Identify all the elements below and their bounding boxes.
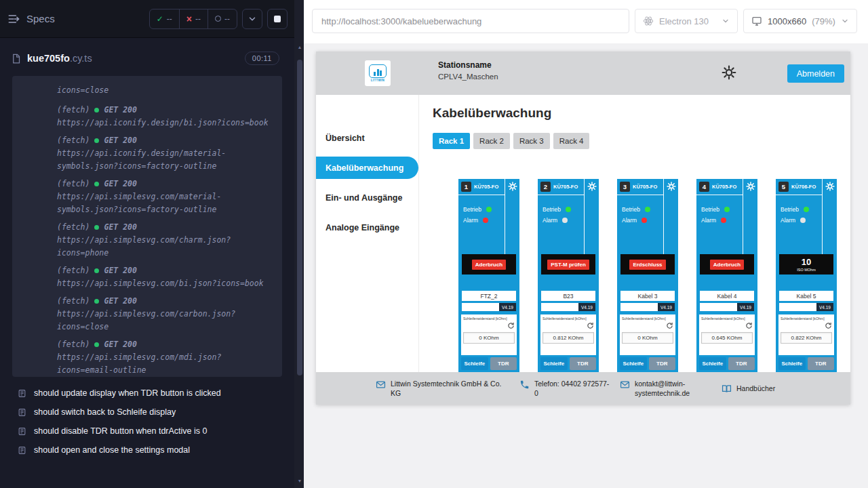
card-settings-gear-icon[interactable] (825, 182, 835, 191)
logo-word: LITTWIN (371, 79, 384, 82)
scroll-up-icon[interactable]: ▲ (295, 42, 304, 52)
test-item[interactable]: should switch back to Schleife display (18, 403, 278, 422)
settings-gear-icon[interactable] (722, 65, 736, 80)
success-dot-icon (94, 108, 99, 113)
schleife-button[interactable]: Schleife (699, 357, 726, 370)
refresh-icon[interactable] (666, 322, 673, 329)
browser-selector[interactable]: Electron 130 (635, 9, 738, 33)
test-item[interactable]: should update display when TDR button is… (18, 384, 278, 403)
app-footer: Littwin Systemtechnik GmbH & Co. KG Tele… (316, 372, 850, 405)
betrieb-led-icon (645, 207, 650, 212)
stop-button[interactable] (267, 9, 288, 29)
card-model: KÜ706-FO (791, 184, 816, 190)
test-item[interactable]: should disable TDR button when tdrActive… (18, 422, 278, 441)
refresh-icon[interactable] (745, 322, 753, 329)
collapse-button[interactable] (242, 9, 262, 29)
log-prefix: (fetch) (57, 295, 90, 308)
success-dot-icon (94, 342, 99, 347)
device-card: 3 KÜ705-FO Betrieb Alarm Erdschluss Kabe… (617, 179, 678, 372)
logout-button[interactable]: Abmelden (787, 64, 844, 83)
tab-rack-1[interactable]: Rack 1 (433, 133, 470, 149)
app-body: Übersicht Kabelüberwachung Ein- und Ausg… (316, 95, 850, 372)
log-entry[interactable]: (fetch)GET 200 https://api.simplesvg.com… (57, 338, 273, 377)
log-entry[interactable]: (fetch)GET 200 https://api.simplesvg.com… (57, 221, 273, 260)
measurement-value: 0 KOhm (622, 332, 673, 344)
cable-name: Kabel 3 (620, 291, 675, 301)
check-icon: ✓ (157, 14, 163, 24)
log-entry[interactable]: (fetch)GET 200 https://api.simplesvg.com… (57, 178, 273, 216)
tdr-button[interactable]: TDR (649, 357, 676, 370)
tab-rack-2[interactable]: Rack 2 (473, 133, 510, 149)
sidebar-item-uebersicht[interactable]: Übersicht (316, 127, 418, 149)
sidebar-item-ein-und-ausgaenge[interactable]: Ein- und Ausgänge (316, 186, 418, 209)
sidebar-item-kabelueberwachung[interactable]: Kabelüberwachung (316, 157, 418, 179)
tdr-button[interactable]: TDR (490, 357, 517, 370)
status-display: 10 ISO MOhm (779, 254, 833, 274)
log-prefix: (fetch) (57, 338, 90, 351)
tab-rack-4[interactable]: Rack 4 (553, 133, 590, 149)
card-settings-gear-icon[interactable] (746, 182, 755, 191)
log-entry[interactable]: (fetch)GET 200 https://api.simplesvg.com… (57, 264, 273, 290)
measurement-value: 0.645 KOhm (701, 332, 753, 344)
card-number: 3 (620, 182, 630, 192)
log-entry[interactable]: (fetch)GET 200 https://api.iconify.desig… (57, 104, 273, 129)
status-display: Aderbruch (462, 254, 516, 274)
cypress-panel: Specs ✓ -- × -- -- (0, 0, 294, 488)
panel-scrollbar[interactable]: ▲ ▼ (294, 0, 304, 488)
tab-rack-3[interactable]: Rack 3 (513, 133, 550, 149)
log-prefix: (fetch) (57, 104, 90, 117)
specs-button[interactable]: Specs (7, 12, 55, 26)
card-settings-gear-icon[interactable] (667, 182, 676, 191)
log-entry[interactable]: (fetch)GET 200 https://api.iconify.desig… (57, 134, 273, 173)
version-badge: V4.19 (816, 303, 833, 311)
card-settings-gear-icon[interactable] (508, 182, 517, 191)
test-title: should open and close the settings modal (34, 445, 190, 455)
tdr-button[interactable]: TDR (728, 357, 755, 370)
success-dot-icon (94, 182, 99, 186)
test-item[interactable]: should open and close the settings modal (18, 441, 278, 460)
spec-name[interactable]: kue705fo (27, 53, 70, 64)
scroll-down-icon[interactable]: ▼ (295, 476, 304, 485)
schleife-button[interactable]: Schleife (778, 357, 806, 370)
refresh-icon[interactable] (507, 322, 515, 329)
measurement-value: 0 KOhm (463, 332, 515, 344)
display-unit: ISO MOhm (797, 268, 816, 272)
status-badge: Erdschluss (629, 260, 665, 270)
log-url: https://api.iconify.design/bi.json?icons… (57, 117, 273, 129)
browser-toolbar: http://localhost:3000/kabelueberwachung … (304, 0, 868, 43)
betrieb-led-icon (724, 207, 730, 212)
schleife-button[interactable]: Schleife (620, 357, 647, 370)
footer-email-text[interactable]: kontakt@littwin-systemtechnik.de (635, 379, 697, 398)
card-model: KÜ705-FO (712, 184, 736, 190)
url-input[interactable]: http://localhost:3000/kabelueberwachung (312, 9, 629, 33)
tdr-button[interactable]: TDR (570, 357, 597, 370)
alarm-label: Alarm (701, 217, 716, 224)
scrollbar-thumb[interactable] (297, 60, 302, 375)
refresh-icon[interactable] (587, 322, 594, 329)
schleife-button[interactable]: Schleife (540, 357, 568, 370)
log-prefix: (fetch) (57, 221, 90, 234)
betrieb-label: Betrieb (701, 206, 719, 213)
test-icon (18, 389, 26, 398)
sidebar-item-analoge-eingaenge[interactable]: Analoge Eingänge (316, 216, 418, 239)
viewport-selector[interactable]: 1000x660 (79%) (743, 9, 857, 33)
footer-manuals[interactable]: Handbücher (722, 383, 775, 394)
chevron-down-icon (248, 14, 257, 24)
measurement-panel: Schleifenwiderstand [kOhm] 0.822 KOhm (778, 314, 834, 355)
card-buttons: Schleife TDR (540, 357, 596, 370)
tdr-button[interactable]: TDR (808, 357, 835, 370)
station-label: Stationsname (438, 60, 498, 70)
test-stats: ✓ -- × -- -- (149, 9, 237, 29)
log-entry[interactable]: (fetch)GET 200 https://api.simplesvg.com… (57, 295, 273, 333)
version-row: V4.19 (779, 303, 833, 311)
command-log[interactable]: icons=close (fetch)GET 200 https://api.i… (12, 76, 282, 377)
url-text: http://localhost:3000/kabelueberwachung (321, 16, 481, 26)
test-title: should disable TDR button when tdrActive… (34, 426, 207, 436)
betrieb-label: Betrieb (463, 206, 481, 213)
specs-label: Specs (26, 13, 55, 24)
refresh-icon[interactable] (825, 322, 832, 329)
card-settings-gear-icon[interactable] (587, 182, 597, 191)
schleife-button[interactable]: Schleife (461, 357, 488, 370)
betrieb-led-icon (566, 207, 571, 212)
status-badge: PST-M prüfen (547, 260, 589, 270)
